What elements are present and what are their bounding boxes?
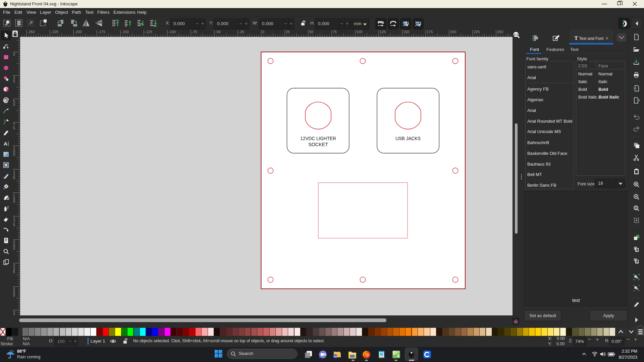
svg-text:12VDC LIGHTER: 12VDC LIGHTER: [300, 135, 336, 141]
svg-text:1:1: 1:1: [514, 33, 518, 36]
svg-text:SOCKET: SOCKET: [308, 141, 328, 147]
svg-text:USB JACKS: USB JACKS: [395, 135, 421, 141]
svg-text:4: 4: [397, 353, 399, 358]
svg-text:A: A: [4, 141, 7, 146]
svg-text:Pro: Pro: [334, 355, 337, 358]
